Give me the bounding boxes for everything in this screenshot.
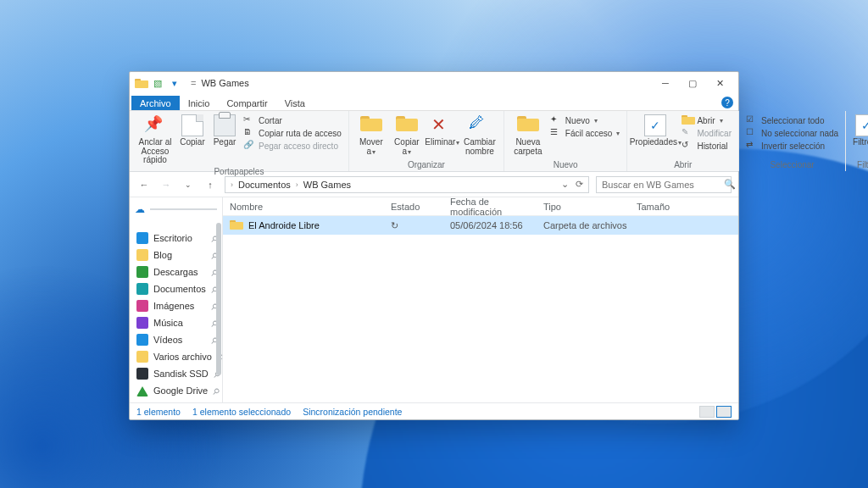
titlebar[interactable]: ▧ ▾ = WB Games ─ ▢ ✕ (130, 72, 738, 94)
view-thumbnails-button[interactable] (699, 406, 715, 418)
modificar-button[interactable]: ✎Modificar (682, 127, 732, 139)
col-tamano[interactable]: Tamaño (637, 202, 687, 212)
search-icon[interactable]: 🔍 (724, 179, 736, 190)
copiar-ruta-button[interactable]: 🗎Copiar ruta de acceso (243, 127, 342, 139)
column-headers[interactable]: Nombre Estado Fecha de modificación Tipo… (223, 197, 738, 216)
forward-button[interactable]: → (159, 177, 174, 192)
sidebar-item-label: Sandisk SSD (153, 369, 209, 379)
col-tipo[interactable]: Tipo (543, 202, 637, 212)
file-list: Nombre Estado Fecha de modificación Tipo… (223, 197, 738, 402)
sidebar-item[interactable]: Descargas⚲ (130, 263, 222, 280)
sidebar-item[interactable]: Música⚲ (130, 314, 222, 331)
back-button[interactable]: ← (136, 177, 152, 192)
sidebar-item[interactable]: Escritorio⚲ (130, 230, 222, 247)
tab-archivo[interactable]: Archivo (131, 96, 180, 110)
move-icon (360, 114, 382, 136)
file-name: El Androide Libre (248, 220, 391, 230)
path-icon: 🗎 (243, 127, 255, 139)
file-status: ↻ (391, 220, 450, 231)
group-nuevo: Nueva carpeta ✦Nuevo▾ ☰Fácil acceso▾ Nue… (504, 111, 628, 171)
group-abrir: Propiedades▾ Abrir▾ ✎Modificar ↺Historia… (627, 111, 739, 171)
copiar-button[interactable]: Copiar (179, 114, 206, 147)
nuevo-button[interactable]: ✦Nuevo▾ (550, 114, 620, 126)
tab-compartir[interactable]: Compartir (218, 96, 275, 110)
sidebar-item[interactable]: Sandisk SSD⚲ (130, 365, 222, 382)
group-portapapeles: 📌 Anclar al Acceso rápido Copiar Pegar ✂… (130, 111, 349, 171)
address-bar[interactable]: › Documentos › WB Games ⌄ ⟳ (225, 176, 589, 193)
qat-item[interactable]: ▧ (152, 77, 164, 89)
properties-icon (644, 114, 666, 136)
copy-to-icon (396, 114, 418, 136)
mover-button[interactable]: Mover a▾ (356, 114, 387, 156)
folder-icon (136, 385, 148, 396)
refresh-icon[interactable]: ⟳ (576, 179, 583, 190)
sidebar-item[interactable]: Imágenes⚲ (130, 297, 222, 314)
breadcrumb[interactable]: WB Games (303, 180, 351, 190)
tab-vista[interactable]: Vista (276, 96, 314, 110)
nueva-carpeta-button[interactable]: Nueva carpeta (511, 114, 545, 156)
sidebar-item-label: Música (153, 318, 183, 328)
pegar-acceso-button[interactable]: 🔗Pegar acceso directo (243, 140, 342, 152)
help-icon[interactable]: ? (721, 97, 733, 108)
paste-icon (214, 114, 236, 136)
rename-icon: 🖉 (469, 114, 491, 136)
invert-selection-button[interactable]: ⇄Invertir selección (746, 140, 838, 152)
group-filtro: Filtros▾ Filtro (846, 111, 868, 171)
chevron-down-icon[interactable]: ⌄ (561, 179, 569, 190)
tab-inicio[interactable]: Inicio (180, 96, 219, 110)
sidebar-item[interactable]: Blog⚲ (130, 247, 222, 263)
sidebar-item[interactable]: Google Drive⚲ (130, 382, 222, 399)
qat-item[interactable]: ▾ (169, 77, 181, 89)
view-details-button[interactable] (716, 406, 732, 418)
filtros-button[interactable]: Filtros▾ (853, 114, 868, 147)
cambiar-nombre-button[interactable]: 🖉 Cambiar nombre (463, 114, 497, 156)
search-input[interactable] (602, 180, 719, 190)
select-all-button[interactable]: ☑Seleccionar todo (746, 114, 838, 126)
sidebar-item[interactable]: Vídeos⚲ (130, 331, 222, 348)
select-none-button[interactable]: ☐No seleccionar nada (746, 127, 838, 139)
edit-icon: ✎ (682, 127, 693, 139)
select-none-icon: ☐ (746, 127, 758, 139)
invert-icon: ⇄ (746, 140, 758, 152)
ribbon: 📌 Anclar al Acceso rápido Copiar Pegar ✂… (130, 111, 738, 172)
sidebar-item-label: Blog (153, 250, 172, 260)
minimize-button[interactable]: ─ (652, 74, 679, 92)
facil-acceso-button[interactable]: ☰Fácil acceso▾ (550, 127, 620, 139)
copiar-a-button[interactable]: Copiar a▾ (392, 114, 422, 156)
new-folder-icon (517, 114, 539, 136)
filter-icon (855, 114, 868, 136)
quick-access-toolbar: ▧ ▾ = (135, 77, 201, 89)
scrollbar[interactable] (216, 223, 221, 375)
chevron-right-icon[interactable]: › (296, 180, 298, 189)
file-row[interactable]: El Androide Libre ↻ 05/06/2024 18:56 Car… (223, 216, 738, 235)
maximize-button[interactable]: ▢ (679, 74, 706, 92)
col-estado[interactable]: Estado (391, 202, 450, 212)
anclar-button[interactable]: 📌 Anclar al Acceso rápido (136, 114, 174, 165)
onedrive-row[interactable]: ☁ (130, 201, 222, 218)
pegar-button[interactable]: Pegar (211, 114, 238, 147)
sidebar-item[interactable]: Documentos⚲ (130, 280, 222, 297)
up-button[interactable]: ↑ (203, 177, 218, 192)
sidebar-item-label: Google Drive (153, 385, 208, 396)
abrir-button[interactable]: Abrir▾ (682, 114, 732, 126)
pin-icon: 📌 (144, 114, 166, 136)
sidebar-item-label: Imágenes (153, 301, 194, 311)
historial-button[interactable]: ↺Historial (682, 140, 732, 152)
eliminar-button[interactable]: ✕ Eliminar▾ (427, 114, 458, 147)
propiedades-button[interactable]: Propiedades▾ (634, 114, 676, 147)
col-fecha[interactable]: Fecha de modificación (450, 197, 543, 217)
sidebar-item-label: Documentos (153, 284, 206, 294)
cortar-button[interactable]: ✂Cortar (243, 114, 342, 126)
navigation-pane: ☁ Escritorio⚲Blog⚲Descargas⚲Documentos⚲I… (130, 197, 223, 402)
sidebar-item[interactable]: Varios archivo⚲ (130, 348, 222, 365)
file-type: Carpeta de archivos (543, 220, 637, 230)
breadcrumb[interactable]: Documentos (238, 180, 291, 190)
chevron-right-icon[interactable]: › (231, 180, 233, 189)
col-nombre[interactable]: Nombre (230, 202, 391, 212)
cut-icon: ✂ (243, 114, 255, 126)
recent-button[interactable]: ⌄ (181, 177, 196, 192)
close-button[interactable]: ✕ (706, 74, 733, 92)
ribbon-tabs: Archivo Inicio Compartir Vista ? (130, 94, 738, 111)
open-icon (682, 114, 693, 126)
search-box[interactable]: 🔍 (596, 176, 732, 193)
